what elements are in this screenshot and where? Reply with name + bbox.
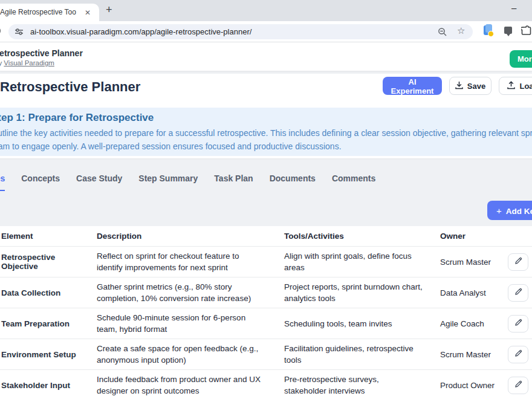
col-header-element: Element: [1, 232, 97, 241]
edit-button[interactable]: [508, 284, 528, 302]
col-header-description: Description: [97, 232, 284, 241]
save-button-label: Save: [467, 82, 485, 91]
activities-table: Element Description Tools/Activities Own…: [0, 226, 532, 399]
cell-tools: Pre-retrospective surveys, stakeholder i…: [284, 374, 440, 397]
close-icon[interactable]: ✕: [82, 7, 93, 18]
cell-description: Gather sprint metrics (e.g., 80% story c…: [97, 281, 284, 304]
add-key-activity-button[interactable]: +Add Key Activity: [487, 201, 532, 220]
cell-tools: Align with sprint goals, define focus ar…: [284, 250, 440, 273]
tab-task-plan[interactable]: Task Plan: [214, 174, 253, 191]
save-button[interactable]: Save: [449, 77, 491, 95]
cell-description: Schedule 90-minute session for 6-person …: [97, 312, 284, 335]
adblock-extension-icon[interactable]: [504, 27, 512, 34]
url-text: ai-toolbox.visual-paradigm.com/app/agile…: [30, 27, 251, 36]
cell-tools: Scheduling tools, team invites: [284, 318, 440, 329]
cell-owner: Product Owner: [440, 381, 508, 390]
cell-owner: Scrum Master: [440, 350, 508, 359]
app-window: Agile Retrospective Tool | P ✕ + – ai-to…: [0, 0, 532, 399]
cell-element: Team Preparation: [1, 319, 97, 328]
edit-button[interactable]: [508, 253, 528, 271]
tab-activities[interactable]: Activities: [0, 174, 5, 191]
reload-icon[interactable]: [0, 27, 1, 35]
cell-owner: Data Analyst: [440, 288, 508, 297]
pencil-icon: [514, 349, 522, 359]
extensions-icon[interactable]: [521, 25, 531, 39]
step-banner: Step 1: Prepare for Retrospective Outlin…: [0, 108, 532, 156]
byline-prefix: by: [0, 59, 2, 66]
site-title: Retrospective Planner: [0, 48, 83, 58]
edit-button[interactable]: [508, 315, 528, 332]
site-info-icon[interactable]: [15, 27, 24, 39]
add-key-activity-label: Add Key Activity: [506, 207, 532, 216]
table-row: Stakeholder Input Include feedback from …: [0, 369, 532, 399]
cell-owner: Scrum Master: [440, 258, 508, 267]
cell-element: Environment Setup: [1, 350, 97, 359]
upload-icon: [507, 81, 515, 91]
pencil-icon: [514, 257, 522, 267]
cell-owner: Agile Coach: [440, 319, 508, 328]
site-header: Retrospective Planner by Visual Paradigm…: [0, 42, 532, 71]
cell-description: Create a safe space for open feedback (e…: [97, 343, 284, 366]
cell-element: Stakeholder Input: [1, 381, 97, 390]
cell-element: Retrospective Objective: [1, 253, 97, 271]
visual-paradigm-link[interactable]: Visual Paradigm: [4, 59, 54, 66]
docs-extension-icon[interactable]: [484, 25, 491, 35]
minimize-icon[interactable]: –: [511, 2, 516, 13]
table-row: Retrospective Objective Reflect on sprin…: [0, 246, 532, 277]
browser-tab[interactable]: Agile Retrospective Tool | P ✕: [0, 4, 99, 21]
cell-element: Data Collection: [1, 288, 97, 297]
tab-case-study[interactable]: Case Study: [76, 174, 122, 191]
tab-comments[interactable]: Comments: [332, 174, 375, 191]
step-description: Outline the key activities needed to pre…: [0, 126, 532, 153]
ai-experiment-button[interactable]: AI Experiment: [383, 77, 442, 95]
plus-icon: +: [496, 206, 502, 216]
cell-tools: Facilitation guidelines, retrospective t…: [284, 343, 440, 366]
pencil-icon: [514, 319, 522, 328]
table-row: Data Collection Gather sprint metrics (e…: [0, 277, 532, 308]
edit-button[interactable]: [508, 346, 528, 363]
bookmark-star-icon[interactable]: ☆: [457, 25, 465, 36]
table-row: Team Preparation Schedule 90-minute sess…: [0, 308, 532, 339]
browser-tab-title: Agile Retrospective Tool | P: [0, 8, 76, 16]
cell-description: Reflect on sprint for checkout feature t…: [97, 250, 284, 273]
cell-tools: Project reports, sprint burndown chart, …: [284, 281, 440, 304]
page-title: Retrospective Planner: [0, 79, 140, 95]
tab-step-summary[interactable]: Step Summary: [138, 174, 198, 191]
tab-documents[interactable]: Documents: [270, 174, 316, 191]
more-button[interactable]: More: [510, 50, 532, 68]
download-icon: [455, 81, 463, 91]
pencil-icon: [514, 288, 522, 297]
pencil-icon: [514, 380, 522, 390]
cell-description: Include feedback from product owner and …: [97, 374, 284, 397]
byline: by Visual Paradigm: [0, 59, 54, 66]
col-header-tools: Tools/Activities: [284, 232, 440, 241]
table-row: Environment Setup Create a safe space fo…: [0, 339, 532, 369]
browser-tab-strip: Agile Retrospective Tool | P ✕ + –: [0, 0, 532, 21]
table-header-row: Element Description Tools/Activities Own…: [0, 226, 532, 246]
step-heading: Step 1: Prepare for Retrospective: [0, 112, 154, 124]
tab-bar: Activities Concepts Case Study Step Summ…: [0, 174, 375, 191]
load-button[interactable]: Load: [499, 77, 532, 95]
new-tab-icon[interactable]: +: [102, 2, 116, 18]
col-header-owner: Owner: [440, 232, 508, 241]
tab-concepts[interactable]: Concepts: [21, 174, 60, 191]
edit-button[interactable]: [508, 377, 528, 394]
load-button-label: Load: [519, 82, 532, 91]
browser-toolbar: ai-toolbox.visual-paradigm.com/app/agile…: [0, 21, 532, 42]
address-bar[interactable]: ai-toolbox.visual-paradigm.com/app/agile…: [8, 24, 473, 39]
zoom-out-icon[interactable]: [438, 27, 447, 39]
